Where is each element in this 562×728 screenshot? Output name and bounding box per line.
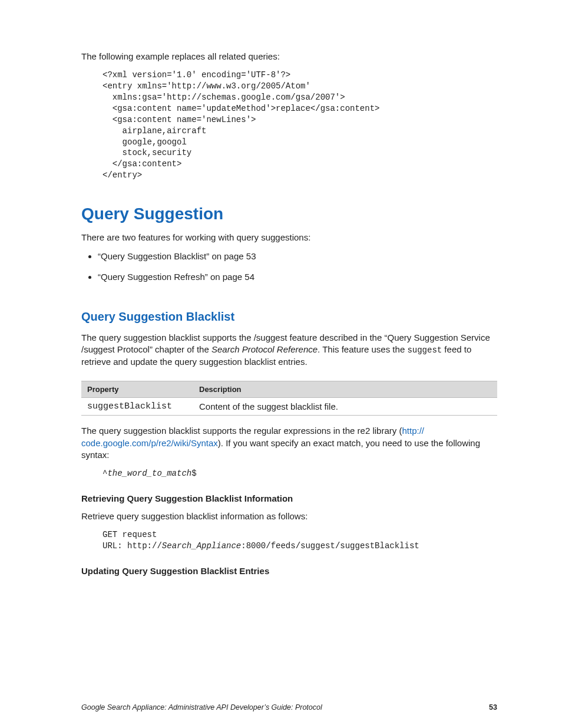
text-run-italic: Search Protocol Reference xyxy=(211,344,318,354)
table-row: suggestBlacklist Content of the suggest … xyxy=(81,398,497,416)
link-text: code.google.com/p/re2/wiki/Syntax xyxy=(81,438,218,448)
list-item: “Query Suggestion Refresh” on page 54 xyxy=(98,271,497,283)
subhead-updating: Updating Query Suggestion Blacklist Entr… xyxy=(81,566,497,576)
page-footer: Google Search Appliance: Administrative … xyxy=(81,703,497,711)
heading-blacklist: Query Suggestion Blacklist xyxy=(81,310,497,324)
code-block-get: GET request URL: http://Search_Appliance… xyxy=(103,529,497,552)
heading-query-suggestion: Query Suggestion xyxy=(81,205,497,223)
code-text-italic: Search_Appliance xyxy=(162,541,241,551)
property-table: Property Description suggestBlacklist Co… xyxy=(81,381,497,416)
text-run: The query suggestion blacklist supports … xyxy=(81,426,402,436)
text-run: . This feature uses the xyxy=(318,344,407,354)
table-header-row: Property Description xyxy=(81,381,497,398)
page-content: The following example replaces all relat… xyxy=(0,0,562,607)
list-item: “Query Suggestion Blacklist” on page 53 xyxy=(98,251,497,262)
intro-paragraph: The following example replaces all relat… xyxy=(81,51,497,62)
features-paragraph: There are two features for working with … xyxy=(81,232,497,243)
footer-page-number: 53 xyxy=(489,703,497,711)
code-text: GET request URL: http:// xyxy=(103,530,162,551)
subhead-retrieving: Retrieving Query Suggestion Blacklist In… xyxy=(81,493,497,503)
footer-title: Google Search Appliance: Administrative … xyxy=(81,703,322,711)
features-list: “Query Suggestion Blacklist” on page 53 … xyxy=(81,251,497,283)
table-cell-description: Content of the suggest blacklist file. xyxy=(193,398,497,416)
regex-paragraph: The query suggestion blacklist supports … xyxy=(81,425,497,461)
table-header-property: Property xyxy=(81,381,193,398)
retrieve-paragraph: Retrieve query suggestion blacklist info… xyxy=(81,510,497,522)
text-run-mono: suggest xyxy=(407,345,442,355)
table-header-description: Description xyxy=(193,381,497,398)
link-text: http:// xyxy=(402,426,424,436)
code-block-xml: <?xml version='1.0' encoding='UTF-8'?> <… xyxy=(103,70,497,181)
code-text: :8000/feeds/suggest/suggestBlacklist xyxy=(241,541,419,551)
code-text: $ xyxy=(191,469,196,478)
table-cell-property: suggestBlacklist xyxy=(81,398,193,416)
blacklist-desc-paragraph: The query suggestion blacklist supports … xyxy=(81,332,497,368)
code-text-italic: the_word_to_match xyxy=(107,469,191,478)
code-block-regex: ^the_word_to_match$ xyxy=(103,468,497,479)
